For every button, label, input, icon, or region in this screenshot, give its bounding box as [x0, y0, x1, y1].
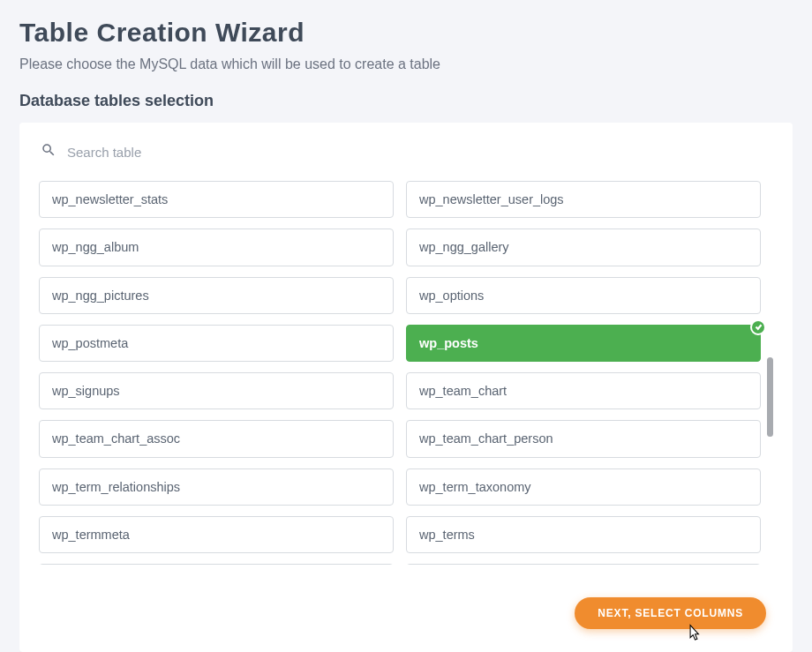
table-list-scroll: wp_newsletter_statswp_newsletter_user_lo…	[39, 181, 773, 565]
table-item-wp_usermeta[interactable]: wp_usermeta	[39, 564, 394, 565]
section-title: Database tables selection	[19, 92, 793, 110]
table-item-wp_team_chart_person[interactable]: wp_team_chart_person	[406, 420, 761, 457]
check-icon	[750, 319, 766, 335]
table-item-wp_termmeta[interactable]: wp_termmeta	[39, 516, 394, 553]
table-item-wp_postmeta[interactable]: wp_postmeta	[39, 325, 394, 362]
table-item-wp_newsletter_stats[interactable]: wp_newsletter_stats	[39, 181, 394, 218]
page-subtitle: Please choose the MySQL data which will …	[19, 56, 793, 72]
scrollbar-thumb[interactable]	[767, 357, 773, 437]
page-title: Table Creation Wizard	[19, 18, 793, 48]
table-item-wp_posts[interactable]: wp_posts	[406, 325, 761, 362]
scrollbar[interactable]	[766, 181, 773, 565]
table-item-wp_team_chart[interactable]: wp_team_chart	[406, 372, 761, 409]
selection-card: wp_newsletter_statswp_newsletter_user_lo…	[19, 123, 793, 652]
next-button[interactable]: NEXT, SELECT COLUMNS	[575, 597, 766, 629]
table-item-wp_term_taxonomy[interactable]: wp_term_taxonomy	[406, 468, 761, 506]
table-item-wp_options[interactable]: wp_options	[406, 277, 761, 314]
table-item-wp_terms[interactable]: wp_terms	[406, 516, 761, 553]
table-item-wp_ngg_pictures[interactable]: wp_ngg_pictures	[39, 277, 394, 314]
table-item-wp_users[interactable]: wp_users	[406, 564, 761, 565]
table-item-wp_term_relationships[interactable]: wp_term_relationships	[39, 468, 394, 506]
table-item-wp_team_chart_assoc[interactable]: wp_team_chart_assoc	[39, 420, 394, 457]
table-item-wp_newsletter_user_logs[interactable]: wp_newsletter_user_logs	[406, 181, 761, 218]
table-item-wp_ngg_gallery[interactable]: wp_ngg_gallery	[406, 229, 761, 266]
search-input[interactable]	[67, 145, 332, 160]
search-row	[39, 142, 773, 161]
table-item-wp_signups[interactable]: wp_signups	[39, 372, 394, 409]
table-item-wp_ngg_album[interactable]: wp_ngg_album	[39, 229, 394, 266]
search-icon	[41, 142, 56, 161]
